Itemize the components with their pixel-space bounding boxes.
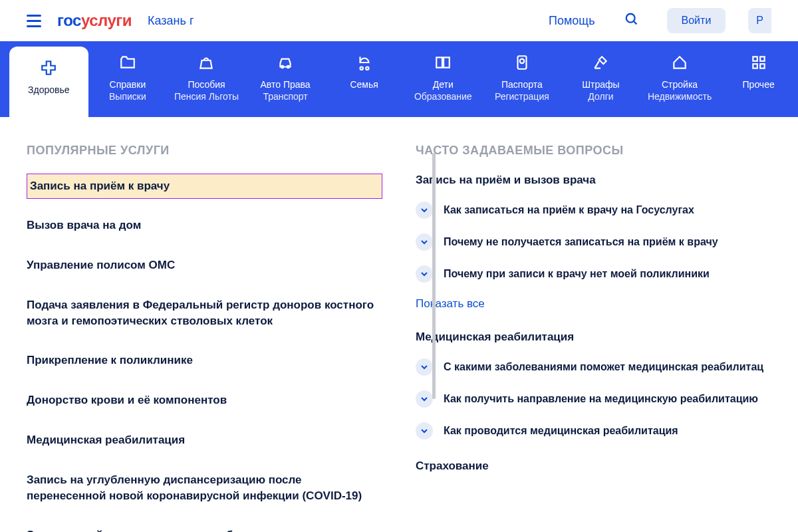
- svg-rect-11: [760, 64, 765, 68]
- grid-icon: [750, 53, 767, 72]
- service-item[interactable]: Электронный листок нетрудоспособности: [27, 521, 382, 532]
- faq-item[interactable]: Почему при записи к врачу нет моей полик…: [416, 265, 771, 283]
- category-passport[interactable]: Паспорта Регистрация: [483, 41, 562, 117]
- service-item[interactable]: Запись на углубленную диспансеризацию по…: [27, 466, 382, 511]
- chevron-down-icon: [416, 265, 433, 283]
- popular-title: ПОПУЛЯРНЫЕ УСЛУГИ: [27, 144, 382, 158]
- faq-group-title: Медицинская реабилитация: [416, 331, 771, 344]
- svg-rect-10: [753, 64, 757, 68]
- svg-point-5: [366, 67, 368, 70]
- category-children[interactable]: Дети Образование: [404, 41, 483, 117]
- health-icon: [40, 59, 57, 77]
- category-benefits[interactable]: Пособия Пенсия Льготы: [167, 41, 246, 117]
- category-nav: Здоровье Справки Выписки Пособия Пенсия …: [0, 41, 798, 117]
- help-link[interactable]: Помощь: [549, 14, 595, 28]
- service-item[interactable]: Донорство крови и её компонентов: [27, 386, 382, 415]
- chevron-down-icon: [416, 201, 433, 219]
- chevron-down-icon: [416, 422, 433, 440]
- stroller-icon: [356, 53, 373, 72]
- gavel-icon: [592, 53, 609, 72]
- faq-item[interactable]: Как проводится медицинская реабилитация: [416, 422, 771, 440]
- category-other[interactable]: Прочее: [719, 41, 798, 117]
- service-item[interactable]: Управление полисом ОМС: [27, 251, 382, 280]
- category-family[interactable]: Семья: [325, 41, 404, 117]
- svg-point-4: [360, 67, 362, 70]
- popular-services-column: ПОПУЛЯРНЫЕ УСЛУГИ Запись на приём к врач…: [27, 144, 382, 532]
- svg-line-1: [633, 21, 636, 25]
- svg-point-7: [520, 59, 525, 64]
- chevron-down-icon: [416, 390, 433, 408]
- book-icon: [434, 53, 452, 72]
- login-button[interactable]: Войти: [667, 8, 726, 33]
- svg-rect-8: [753, 57, 757, 61]
- faq-group-title: Страхование: [416, 460, 771, 473]
- bag-icon: [198, 53, 215, 72]
- faq-item[interactable]: Как записаться на приём к врачу на Госус…: [416, 201, 771, 219]
- service-item[interactable]: Медицинская реабилитация: [27, 426, 382, 455]
- faq-item[interactable]: С какими заболеваниями поможет медицинск…: [416, 358, 771, 376]
- main-content: ПОПУЛЯРНЫЕ УСЛУГИ Запись на приём к врач…: [0, 117, 798, 532]
- header: госуслуги Казань г Помощь Войти Р: [0, 0, 798, 41]
- service-item[interactable]: Запись на приём к врачу: [27, 174, 382, 199]
- chevron-down-icon: [416, 233, 433, 251]
- show-all-link[interactable]: Показать все: [416, 297, 771, 311]
- service-item[interactable]: Вызов врача на дом: [27, 211, 382, 240]
- folder-icon: [119, 53, 136, 72]
- faq-title: ЧАСТО ЗАДАВАЕМЫЕ ВОПРОСЫ: [416, 144, 771, 158]
- search-icon[interactable]: [624, 12, 639, 29]
- chevron-down-icon: [416, 358, 433, 376]
- passport-icon: [513, 53, 531, 72]
- house-icon: [671, 53, 688, 72]
- logo[interactable]: госуслуги: [57, 11, 132, 30]
- faq-column: ЧАСТО ЗАДАВАЕМЫЕ ВОПРОСЫ Запись на приём…: [402, 144, 771, 532]
- region-selector[interactable]: Казань г: [148, 14, 194, 28]
- svg-point-0: [626, 14, 634, 23]
- faq-item[interactable]: Как получить направление на медицинскую …: [416, 390, 771, 408]
- category-auto[interactable]: Авто Права Транспорт: [246, 41, 325, 117]
- service-item[interactable]: Прикрепление к поликлинике: [27, 346, 382, 375]
- faq-group-title: Запись на приём и вызов врача: [416, 174, 771, 187]
- svg-rect-9: [760, 57, 765, 61]
- faq-item[interactable]: Почему не получается записаться на приём…: [416, 233, 771, 251]
- service-item[interactable]: Подача заявления в Федеральный регистр д…: [27, 291, 382, 336]
- category-fines[interactable]: Штрафы Долги: [561, 41, 640, 117]
- hamburger-menu-icon[interactable]: [27, 15, 41, 27]
- category-health[interactable]: Здоровье: [9, 47, 88, 117]
- category-construction[interactable]: Стройка Недвижимость: [640, 41, 720, 117]
- register-button[interactable]: Р: [748, 8, 771, 33]
- scrollbar[interactable]: [432, 153, 436, 399]
- category-docs[interactable]: Справки Выписки: [88, 41, 168, 117]
- car-icon: [277, 53, 294, 72]
